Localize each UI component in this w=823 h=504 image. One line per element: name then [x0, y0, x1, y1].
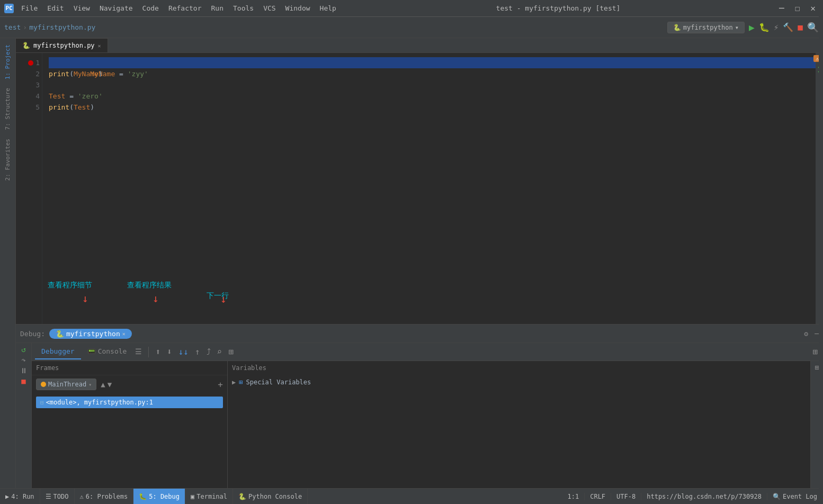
debug-step-over-icon[interactable]: ↷: [21, 356, 25, 364]
tab-close-button[interactable]: ✕: [98, 43, 101, 49]
frame-item[interactable]: ⊟ <module>, myfirstpython.py:1: [36, 397, 223, 408]
menu-file[interactable]: File: [17, 2, 42, 14]
tab-debugger[interactable]: Debugger: [35, 344, 81, 359]
menu-refactor[interactable]: Refactor: [164, 2, 206, 14]
menu-navigate[interactable]: Navigate: [95, 2, 137, 14]
code-line-4: Test = 'zero': [49, 91, 823, 102]
debug-settings-icon[interactable]: ⚙: [804, 330, 808, 338]
debug-active-tab[interactable]: 🐍 myfirstpython ✕: [49, 329, 132, 339]
status-event-log[interactable]: 🔍 Event Log: [767, 493, 823, 500]
status-terminal[interactable]: ▣ Terminal: [185, 489, 233, 504]
tab-console[interactable]: 📟 Console: [81, 344, 133, 359]
url-label: https://blog.csdn.net/p/730928: [647, 493, 762, 500]
status-encoding[interactable]: UTF-8: [611, 493, 641, 500]
frame-navigation: ▲ ▼: [101, 380, 112, 389]
toolbar: test › myfirstpython.py 🐍 myfirstpython …: [0, 17, 823, 38]
menu-tools[interactable]: Tools: [229, 2, 258, 14]
status-url[interactable]: https://blog.csdn.net/p/730928: [641, 493, 767, 500]
run-to-cursor-btn[interactable]: ⤴: [204, 346, 213, 358]
breadcrumb-project[interactable]: test: [4, 23, 21, 31]
debug-pause-icon[interactable]: ⏸: [20, 366, 28, 375]
run-config-icon: 🐍: [673, 24, 681, 31]
code-content[interactable]: MyName = 'zyy' print(MyName) Test = 'zer…: [42, 53, 823, 324]
thread-status-dot: [41, 382, 46, 387]
debug-stop-icon[interactable]: ■: [21, 377, 25, 385]
expand-icon[interactable]: ▶: [232, 379, 236, 386]
left-sidebar: 1: Project 7: Structure 2: Favorites: [0, 38, 16, 488]
debug-panel: Debug: 🐍 myfirstpython ✕ ⚙ ─ ↺ ↷ ⏸ ■: [16, 324, 823, 488]
editor-container: 🐍 myfirstpython.py ✕ 1 2 3 4: [16, 38, 823, 488]
debug-minimize-icon[interactable]: ─: [815, 330, 819, 338]
run-button[interactable]: ▶: [749, 22, 755, 33]
step-resume-btn[interactable]: ⬆: [153, 346, 163, 358]
minimize-button[interactable]: ─: [776, 2, 788, 14]
step-into-btn[interactable]: ↓↓: [176, 346, 191, 358]
debug-tab-close[interactable]: ✕: [122, 331, 126, 337]
add-frame-btn[interactable]: +: [218, 380, 223, 390]
breadcrumb-file[interactable]: myfirstpython.py: [29, 23, 95, 31]
line-2-num: 2: [20, 68, 40, 79]
status-python-console[interactable]: 🐍 Python Console: [233, 489, 308, 504]
tab-bar: 🐍 myfirstpython.py ✕: [16, 38, 823, 53]
status-todo[interactable]: ☰ TODO: [40, 489, 75, 504]
editor-tab-myfirstpython[interactable]: 🐍 myfirstpython.py ✕: [16, 38, 108, 52]
code-editor: 1 2 3 4 5 MyName = 'zyy': [16, 53, 823, 324]
menu-vcs[interactable]: VCS: [259, 2, 280, 14]
menu-view[interactable]: View: [69, 2, 94, 14]
stop-button[interactable]: ■: [798, 22, 803, 32]
debug-header: Debug: 🐍 myfirstpython ✕ ⚙ ─: [16, 325, 823, 343]
grid-view-btn[interactable]: ⊞: [226, 346, 236, 358]
special-variables-item[interactable]: ▶ ⊞ Special Variables: [232, 377, 806, 388]
sidebar-item-structure[interactable]: 7: Structure: [2, 84, 13, 134]
code-line-5: print(Test): [49, 102, 823, 113]
line-numbers: 1 2 3 4 5: [16, 53, 42, 324]
variables-panel: Variables ▶ ⊞ Special Variables: [228, 361, 810, 488]
step-over-btn[interactable]: ⬇: [165, 346, 174, 358]
sidebar-item-favorites[interactable]: 2: Favorites: [2, 134, 13, 185]
menu-code[interactable]: Code: [138, 2, 163, 14]
python-file-icon: 🐍: [22, 42, 30, 49]
debug-left-icons: ↺ ↷ ⏸ ■: [16, 343, 32, 488]
debug-button[interactable]: 🐛: [759, 22, 770, 32]
menu-edit[interactable]: Edit: [43, 2, 68, 14]
menu-icon[interactable]: ☰: [133, 344, 144, 359]
status-position[interactable]: 1:1: [562, 493, 585, 500]
step-out-btn[interactable]: ↑: [193, 346, 202, 358]
menu-window[interactable]: Window: [281, 2, 315, 14]
status-run[interactable]: ▶ 4: Run: [0, 489, 40, 504]
status-line-ending[interactable]: CRLF: [585, 493, 611, 500]
thread-dropdown[interactable]: MainThread ▾: [36, 379, 96, 390]
breakpoint-1[interactable]: [28, 60, 33, 66]
tab-label: myfirstpython.py: [33, 42, 95, 49]
close-button[interactable]: ✕: [807, 2, 819, 14]
frame-module-icon: ⊟: [40, 399, 44, 406]
frame-up-btn[interactable]: ▲: [101, 380, 105, 389]
menu-run[interactable]: Run: [207, 2, 228, 14]
status-problems[interactable]: ⚠ 6: Problems: [75, 489, 134, 504]
python-console-label: Python Console: [248, 493, 302, 500]
frames-list: ⊟ <module>, myfirstpython.py:1: [32, 393, 227, 488]
build-button[interactable]: 🔨: [783, 22, 793, 32]
frames-scrollbar[interactable]: [819, 361, 823, 488]
thread-dropdown-arrow: ▾: [88, 382, 92, 388]
menu-help[interactable]: Help: [316, 2, 341, 14]
cursor-position: 1:1: [568, 493, 579, 500]
todo-icon: ☰: [46, 493, 51, 500]
variables-header: Variables: [228, 361, 810, 375]
frame-down-btn[interactable]: ▼: [108, 380, 112, 389]
problems-label: 6: Problems: [86, 493, 128, 500]
debug-main: Debugger 📟 Console ☰ ⬆ ⬇ ↓↓ ↑ ⤴: [32, 343, 823, 488]
maximize-button[interactable]: ☐: [792, 2, 803, 14]
run-config-dropdown[interactable]: 🐍 myfirstpython ▾: [667, 22, 745, 33]
status-debug[interactable]: 🐛 5: Debug: [133, 489, 185, 504]
evaluate-btn[interactable]: ⌕: [215, 346, 225, 358]
code-line-1: MyName = 'zyy': [49, 57, 823, 68]
debug-label: Debug:: [20, 330, 45, 338]
search-button[interactable]: 🔍: [807, 22, 819, 33]
sidebar-item-project[interactable]: 1: Project: [2, 40, 13, 84]
coverage-button[interactable]: ⚡: [774, 22, 779, 32]
todo-label: TODO: [53, 493, 69, 500]
debug-resume-icon[interactable]: ↺: [21, 345, 25, 354]
event-log-icon: 🔍: [773, 493, 781, 500]
thread-name: MainThread: [48, 381, 86, 388]
